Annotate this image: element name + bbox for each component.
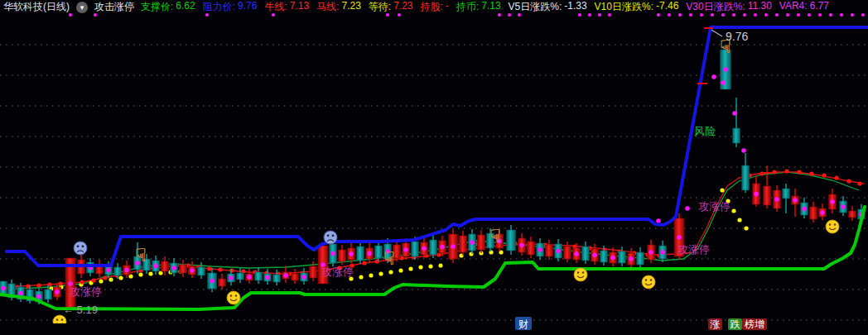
indicator-value: 7.13 [481,0,500,14]
yellow-dot [737,218,741,222]
indicator-label: VAR4: [779,0,808,14]
candle [849,211,856,218]
candle [546,245,553,256]
red-dot [857,181,861,185]
yellow-dot [489,250,493,254]
sad-eye [77,245,80,247]
smiley-eye [577,271,580,274]
candle [114,267,122,275]
magenta-dot [592,253,597,258]
candle [619,251,626,263]
candle [255,272,263,280]
magenta-dot [793,198,798,203]
indicator-label: 阻力价: [203,0,235,14]
magenta-dot [106,268,111,273]
candle [198,267,205,275]
smiley-face [227,291,240,304]
magenta-dot [265,275,270,280]
magenta-dot [754,192,759,197]
yellow-dot [118,275,123,280]
smiley-face [826,220,839,233]
red-dot [809,171,813,175]
magenta-dot [422,246,427,251]
indicator-value: 9.76 [238,0,257,14]
sad-eye [82,245,84,247]
red-dot [772,170,776,174]
indicator-label: V5日涨跌%: [509,0,562,14]
smiley-eye [829,223,832,226]
magenta-dot [656,218,661,223]
candle [273,275,281,282]
indicator-value: 7.13 [290,0,309,14]
badge-label: 跌 [731,318,740,330]
candle [564,246,571,259]
yellow-dot [369,273,373,277]
red-dot [797,170,801,174]
magenta-dot [610,256,615,261]
red-dot [846,179,851,183]
red-dot [103,275,107,280]
magenta-dot [741,148,746,153]
smiley-eye [582,271,585,274]
indicator-label: 牛线: [264,0,287,14]
marker-badge-2[interactable]: 跌 [728,318,742,331]
yellow-dot [428,264,432,268]
magenta-dot [820,210,825,215]
indicator-8: V10日涨跌%:-7.46 [595,0,679,14]
yellow-dot [99,279,103,283]
indicator-label: 持币: [456,0,479,14]
magenta-dot [723,67,728,72]
candle [783,189,790,199]
candle [162,261,169,271]
magenta-dot [677,235,682,240]
yellow-dot [731,208,735,213]
yellow-dot [438,263,442,267]
indicator-label: V10日涨跌%: [595,0,653,14]
marker-badge-3[interactable]: 榜增 [742,318,767,331]
candlestick-chart[interactable]: ☟☟☟☟财涨跌榜增风险攻涨停攻涨停攻涨停攻涨停← 5.199.76 [0,0,868,335]
candle [742,165,750,190]
magenta-dot [171,266,176,270]
indicator-value: 7.23 [341,0,360,14]
magenta-dot [451,244,456,249]
chart-annotation: 攻涨停 [70,285,102,298]
yellow-dot [744,226,748,230]
indicator-name: 攻击涨停 [94,0,134,14]
indicator-6: 持币:7.13 [456,0,501,14]
candle [45,290,52,299]
yellow-dot [469,251,473,256]
indicator-value: 7.23 [393,0,412,14]
indicator-value: 11.30 [748,0,772,14]
chevron-down-icon[interactable]: ▾ [76,2,88,13]
smiley-eye [56,318,59,321]
candle [219,279,226,286]
marker-badge-1[interactable]: 涨 [708,318,722,331]
magenta-dot [283,273,288,278]
marker-badge-0[interactable]: 财 [515,317,532,330]
indicator-header: 华软科技(日线) ▾ 攻击涨停 支撑价:6.62阻力价:9.76牛线:7.13马… [0,0,868,14]
magenta-dot [685,206,690,211]
smiley-icon [826,220,839,233]
badge-label: 涨 [710,318,721,330]
magenta-dot [574,251,579,256]
chart-annotation: 风险 [694,125,716,137]
magenta-dot [841,204,846,209]
magenta-dot [18,291,23,296]
magenta-dot [802,207,807,212]
red-dot [822,173,826,177]
red-dot [80,280,84,284]
candle [375,246,383,258]
indicator-value: 6.77 [810,0,829,14]
magenta-dot [711,74,716,79]
indicator-1: 阻力价:9.76 [203,0,258,14]
magenta-dot [440,245,445,250]
badge-label: 榜增 [744,318,764,330]
candle [582,246,590,261]
candle [412,242,419,256]
indicator-0: 支撑价:6.62 [141,0,195,14]
magenta-dot [538,247,542,252]
magenta-dot [367,251,372,256]
indicator-10: VAR4:6.77 [779,0,829,14]
indicator-value: -7.46 [656,0,678,14]
indicator-label: 持股: [421,0,443,14]
